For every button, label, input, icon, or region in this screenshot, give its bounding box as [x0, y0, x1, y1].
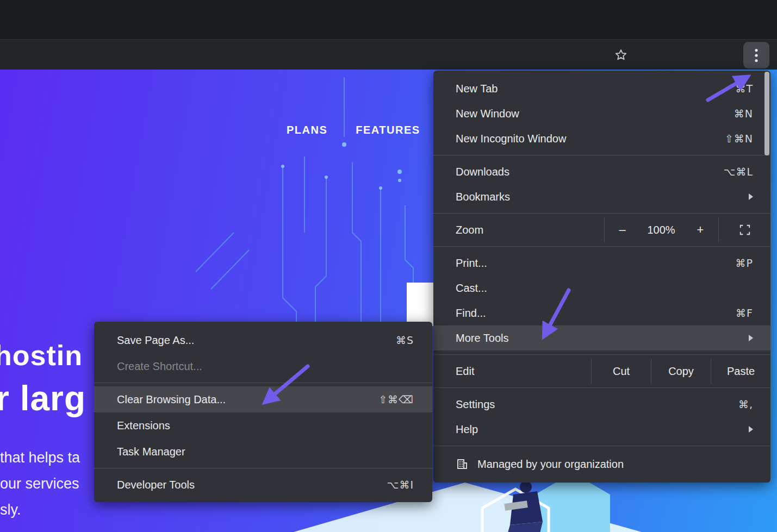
zoom-out-button[interactable]: – — [604, 217, 640, 242]
fullscreen-button[interactable] — [718, 217, 770, 242]
menu-item-label: Clear Browsing Data... — [117, 393, 378, 406]
hero-heading-line-1: hostin — [0, 339, 83, 372]
submenu-item-extensions[interactable]: Extensions — [94, 412, 432, 439]
menu-item-new-tab[interactable]: New Tab ⌘T — [433, 76, 770, 101]
browser-toolbar — [0, 39, 777, 70]
menu-item-label: Managed by your organization — [477, 458, 753, 471]
submenu-item-developer-tools[interactable]: Developer Tools ⌥⌘I — [94, 472, 432, 498]
hero-body-line-2: our services — [0, 471, 80, 497]
fullscreen-icon — [739, 224, 751, 236]
menu-item-label: New Incognito Window — [456, 133, 725, 145]
kebab-icon — [755, 48, 758, 62]
menu-item-downloads[interactable]: Downloads ⌥⌘L — [433, 159, 770, 184]
zoom-value: 100% — [640, 224, 682, 236]
submenu-item-task-manager[interactable]: Task Manager — [94, 439, 432, 465]
menu-item-find[interactable]: Find... ⌘F — [433, 301, 770, 326]
chevron-right-icon — [749, 426, 753, 433]
menu-separator — [94, 383, 432, 383]
submenu-item-clear-browsing-data[interactable]: Clear Browsing Data... ⇧⌘⌫ — [94, 386, 432, 412]
nav-link-features[interactable]: FEATURES — [356, 124, 420, 136]
menu-item-bookmarks[interactable]: Bookmarks — [433, 184, 770, 209]
menu-item-shortcut: ⇧⌘⌫ — [378, 393, 414, 405]
submenu-item-create-shortcut: Create Shortcut... — [94, 353, 432, 379]
browser-window: PLANS FEATURES hostin r larg that helps … — [0, 0, 777, 532]
menu-separator — [433, 446, 770, 446]
zoom-in-button[interactable]: + — [682, 217, 718, 242]
menu-separator — [433, 155, 770, 155]
menu-item-cast[interactable]: Cast... — [433, 276, 770, 301]
menu-item-label: Settings — [456, 398, 738, 411]
menu-item-managed-by-organization[interactable]: Managed by your organization — [433, 450, 770, 478]
menu-item-label: Task Manager — [117, 446, 414, 458]
hero-body-text: that helps ta our services sly. — [0, 445, 80, 523]
edit-cut-button[interactable]: Cut — [591, 359, 651, 384]
menu-separator — [433, 354, 770, 355]
menu-item-label: Extensions — [117, 420, 414, 432]
edit-paste-button[interactable]: Paste — [711, 359, 770, 384]
menu-item-help[interactable]: Help — [433, 417, 770, 442]
menu-item-label: More Tools — [456, 332, 742, 345]
menu-item-settings[interactable]: Settings ⌘, — [433, 392, 770, 417]
menu-item-shortcut: ⇧⌘N — [725, 133, 753, 145]
chrome-menu: New Tab ⌘T New Window ⌘N New Incognito W… — [433, 71, 770, 483]
menu-item-label: Downloads — [456, 166, 724, 178]
page-nav: PLANS FEATURES — [287, 124, 420, 136]
tab-strip — [0, 0, 777, 39]
menu-item-label: Create Shortcut... — [117, 360, 414, 373]
menu-separator — [433, 213, 770, 214]
more-tools-submenu: Save Page As... ⌘S Create Shortcut... Cl… — [94, 322, 432, 502]
menu-item-print[interactable]: Print... ⌘P — [433, 251, 770, 276]
menu-item-label: Help — [456, 423, 742, 436]
menu-item-shortcut: ⌘N — [734, 108, 753, 120]
menu-item-label: Print... — [456, 257, 736, 270]
menu-item-new-window[interactable]: New Window ⌘N — [433, 101, 770, 126]
chevron-right-icon — [749, 193, 753, 200]
nav-link-plans[interactable]: PLANS — [287, 124, 327, 136]
menu-item-label: Developer Tools — [117, 479, 387, 491]
menu-item-label: Bookmarks — [456, 191, 742, 203]
edit-copy-button[interactable]: Copy — [651, 359, 711, 384]
submenu-item-save-page-as[interactable]: Save Page As... ⌘S — [94, 327, 432, 353]
hero-heading-line-2: r larg — [0, 378, 86, 418]
menu-item-shortcut: ⌘S — [396, 334, 414, 346]
menu-item-shortcut: ⌘, — [738, 398, 753, 410]
menu-item-shortcut: ⌘F — [736, 307, 753, 319]
menu-item-label: Find... — [456, 307, 736, 320]
menu-item-label: Edit — [456, 365, 591, 378]
menu-item-shortcut: ⌘P — [736, 257, 753, 269]
menu-separator — [433, 387, 770, 388]
menu-separator — [433, 246, 770, 247]
menu-item-shortcut: ⌥⌘L — [724, 166, 753, 178]
menu-item-shortcut: ⌘T — [735, 83, 753, 95]
menu-item-label: New Tab — [456, 83, 735, 95]
bookmark-star-button[interactable] — [609, 43, 633, 66]
star-icon — [614, 48, 628, 62]
menu-item-shortcut: ⌥⌘I — [387, 479, 414, 491]
menu-item-zoom: Zoom – 100% + — [433, 217, 770, 242]
menu-item-label: Zoom — [456, 224, 604, 236]
menu-item-label: Cast... — [456, 282, 753, 295]
menu-item-label: New Window — [456, 108, 734, 120]
hero-body-line-3: sly. — [0, 497, 80, 523]
menu-scrollbar-thumb[interactable] — [764, 72, 769, 155]
menu-separator — [94, 468, 432, 468]
menu-item-edit: Edit Cut Copy Paste — [433, 359, 770, 384]
menu-item-new-incognito-window[interactable]: New Incognito Window ⇧⌘N — [433, 126, 770, 151]
menu-item-more-tools[interactable]: More Tools — [433, 326, 770, 351]
browser-menu-button[interactable] — [743, 42, 769, 68]
hero-body-line-1: that helps ta — [0, 445, 80, 471]
building-icon — [456, 458, 469, 471]
menu-item-label: Save Page As... — [117, 334, 396, 347]
chevron-right-icon — [749, 335, 753, 341]
